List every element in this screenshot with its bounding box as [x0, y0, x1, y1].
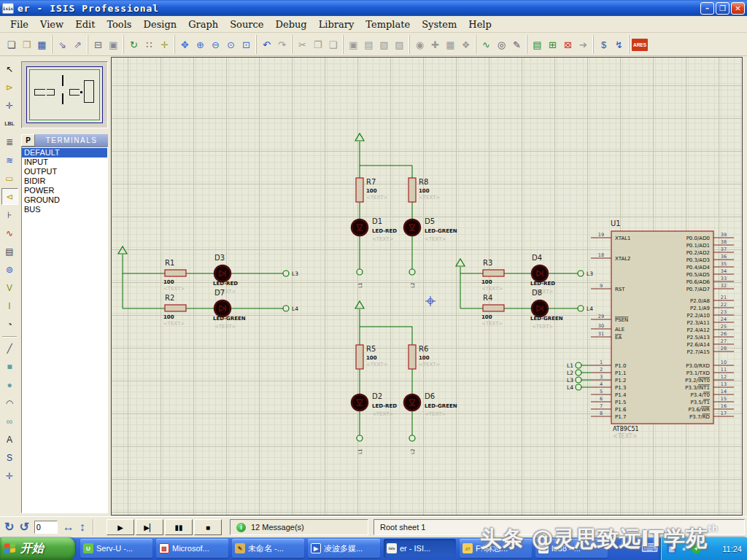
component-model[interactable]: LED-RED [372, 403, 397, 409]
menu-source[interactable]: Source [224, 18, 269, 31]
terminal-mode-button[interactable]: ⊲ [1, 188, 18, 205]
export-section-button[interactable]: ⇗ [70, 37, 85, 52]
component-ref[interactable]: U1 [611, 219, 621, 228]
led-d6[interactable] [404, 394, 420, 411]
refresh-display-button[interactable]: ↻ [126, 37, 142, 52]
menu-system[interactable]: System [416, 18, 462, 31]
subcircuit-mode-button[interactable]: ▭ [1, 170, 18, 187]
zoom-out-button[interactable]: ⊖ [208, 37, 223, 52]
menu-view[interactable]: View [34, 18, 69, 31]
component-ref[interactable]: R7 [366, 178, 376, 186]
component-value[interactable]: 100 [366, 188, 377, 194]
component-ref[interactable]: D3 [214, 254, 225, 262]
io-terminal[interactable] [357, 269, 363, 275]
io-terminal[interactable] [409, 269, 415, 275]
remove-sheet-button[interactable]: ⊠ [560, 37, 576, 52]
component-model[interactable]: AT89C51 [613, 426, 639, 432]
undo-button[interactable]: ↶ [259, 37, 274, 52]
component-model[interactable]: LED-RED [530, 281, 555, 287]
component-ref[interactable]: D8 [532, 289, 542, 297]
menu-graph[interactable]: Graph [182, 18, 224, 31]
marker-2d-mode-button[interactable]: ✛ [1, 467, 18, 484]
menu-file[interactable]: File [4, 18, 34, 31]
search-tag-button[interactable]: ◎ [494, 37, 509, 52]
component-ref[interactable]: R3 [483, 259, 492, 267]
component-ref[interactable]: D5 [425, 217, 435, 225]
netlist-to-ares-button[interactable]: ARES [632, 39, 648, 51]
resistor-r7[interactable] [356, 178, 363, 202]
generator-mode-button[interactable]: ⊚ [1, 261, 18, 278]
led-d8[interactable] [532, 300, 548, 316]
io-terminal[interactable] [576, 384, 581, 390]
menu-debug[interactable]: Debug [270, 18, 313, 31]
zoom-area-button[interactable]: ⊡ [239, 37, 254, 52]
component-value[interactable]: 100 [419, 188, 430, 194]
bus-mode-button[interactable]: ≋ [1, 152, 18, 168]
menu-tools[interactable]: Tools [101, 18, 137, 31]
resistor-r5[interactable] [356, 345, 363, 369]
io-terminal[interactable] [409, 435, 415, 441]
new-file-button[interactable]: ❏ [4, 37, 19, 52]
new-sheet-button[interactable]: ⊞ [545, 37, 560, 52]
restore-button[interactable]: ❐ [716, 2, 729, 15]
terminal-type-input[interactable]: INPUT [22, 158, 107, 167]
io-terminal[interactable] [578, 306, 584, 311]
component-ref[interactable]: R8 [419, 178, 428, 186]
power-terminal[interactable] [456, 259, 465, 266]
component-ref[interactable]: R5 [366, 345, 376, 353]
block-move-button[interactable]: ▤ [361, 37, 376, 52]
component-ref[interactable]: D1 [372, 217, 382, 225]
component-ref[interactable]: D7 [214, 289, 225, 297]
resistor-r4[interactable] [483, 305, 504, 311]
device-pin-mode-button[interactable]: ⊦ [1, 206, 18, 223]
component-ref[interactable]: D2 [372, 392, 382, 400]
mirror-vertical-icon[interactable]: ↕ [80, 520, 85, 534]
cut-button[interactable]: ✂ [295, 37, 310, 52]
component-value[interactable]: 100 [481, 279, 492, 285]
component-ref[interactable]: R6 [419, 345, 428, 353]
toggle-grid-button[interactable]: ∷ [142, 37, 157, 52]
save-file-button[interactable]: ▦ [34, 37, 50, 52]
taskbar-task-folder-linzhi[interactable]: ▱F:\林志... [460, 539, 532, 558]
menu-template[interactable]: Template [360, 18, 416, 31]
led-d3[interactable] [214, 265, 231, 281]
io-terminal[interactable] [576, 362, 581, 368]
message-panel[interactable]: i 12 Message(s) [230, 519, 368, 535]
zoom-all-button[interactable]: ⊙ [223, 37, 239, 52]
component-value[interactable]: 100 [163, 279, 174, 285]
terminal-type-bus[interactable]: BUS [22, 205, 107, 214]
menu-help[interactable]: Help [462, 18, 498, 31]
pick-parts-button[interactable]: P [21, 134, 35, 147]
component-model[interactable]: LED-RED [213, 281, 238, 287]
io-terminal[interactable] [283, 306, 289, 311]
rotate-clockwise-icon[interactable]: ↻ [4, 520, 14, 534]
mirror-horizontal-icon[interactable]: ↔ [63, 520, 74, 534]
terminal-type-power[interactable]: POWER [22, 186, 107, 195]
taskbar-task-microsoft[interactable]: ▨Microsof... [156, 539, 228, 558]
power-terminal[interactable] [118, 246, 127, 254]
led-d7[interactable] [214, 300, 231, 316]
text-2d-mode-button[interactable]: A [1, 431, 18, 448]
block-rotate-button[interactable]: ▧ [376, 37, 392, 52]
origin-button[interactable]: ✛ [157, 37, 172, 52]
copy-button[interactable]: ❐ [310, 37, 325, 52]
menu-design[interactable]: Design [138, 18, 183, 31]
antivirus-icon[interactable]: + [692, 544, 701, 553]
design-explorer-button[interactable]: ▤ [530, 37, 545, 52]
goto-sheet-button[interactable]: ➔ [576, 37, 591, 52]
network-icon[interactable]: ▣ [667, 544, 676, 553]
wire-label-mode-button[interactable]: LBL [1, 115, 18, 132]
io-terminal[interactable] [576, 370, 581, 376]
led-d1[interactable] [352, 219, 368, 236]
resistor-r6[interactable] [409, 345, 416, 369]
paste-button[interactable]: ❑ [325, 37, 341, 52]
component-model[interactable]: LED-GREEN [425, 228, 457, 234]
overview-window[interactable] [21, 61, 108, 128]
resistor-r3[interactable] [483, 270, 504, 276]
symbol-2d-mode-button[interactable]: S [1, 449, 18, 466]
menu-edit[interactable]: Edit [69, 18, 101, 31]
resistor-r2[interactable] [165, 305, 186, 311]
box-2d-mode-button[interactable]: ■ [1, 358, 18, 375]
component-model[interactable]: LED-RED [372, 228, 397, 234]
schematic-canvas[interactable]: R7100<TEXT>R8100<TEXT>R5100<TEXT>R6100<T… [111, 57, 743, 516]
